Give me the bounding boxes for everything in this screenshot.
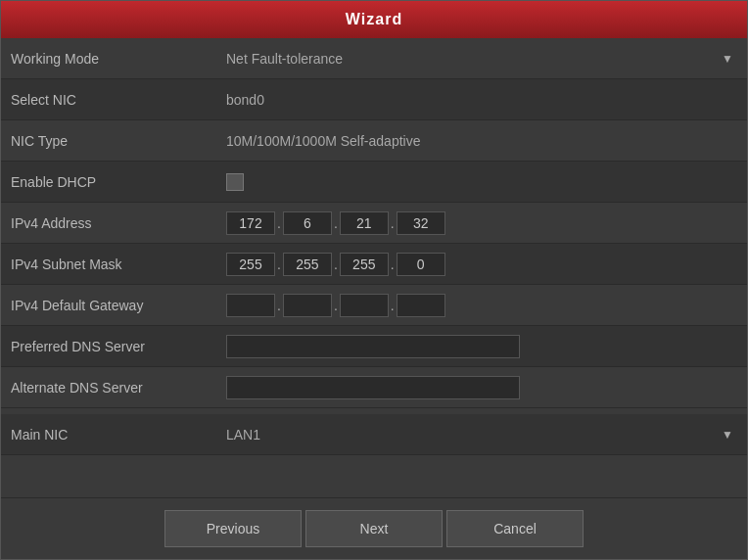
nic-type-value: 10M/100M/1000M Self-adaptive bbox=[226, 133, 737, 149]
ipv4-gateway-oct1[interactable] bbox=[226, 294, 275, 317]
gateway-dot-2: . bbox=[332, 298, 340, 313]
ipv4-address-oct4[interactable] bbox=[397, 211, 445, 235]
dialog-footer: Previous Next Cancel bbox=[1, 497, 747, 559]
dhcp-checkbox[interactable] bbox=[226, 173, 244, 191]
spacer bbox=[1, 455, 747, 497]
preferred-dns-input[interactable] bbox=[226, 335, 520, 358]
ipv4-dot-2: . bbox=[332, 215, 340, 231]
alternate-dns-input[interactable] bbox=[226, 376, 520, 399]
ipv4-address-label: IPv4 Address bbox=[11, 215, 226, 231]
preferred-dns-label: Preferred DNS Server bbox=[11, 339, 226, 354]
main-nic-row: Main NIC LAN1 LAN2 ▼ bbox=[1, 414, 747, 455]
ipv4-address-oct3[interactable] bbox=[340, 211, 389, 235]
previous-button[interactable]: Previous bbox=[164, 510, 302, 547]
select-nic-row: Select NIC bond0 bbox=[1, 79, 747, 120]
main-nic-label: Main NIC bbox=[11, 427, 226, 443]
nic-type-label: NIC Type bbox=[11, 133, 226, 149]
ipv4-subnet-oct1[interactable] bbox=[226, 253, 275, 276]
ipv4-subnet-oct2[interactable] bbox=[283, 253, 332, 276]
alternate-dns-label: Alternate DNS Server bbox=[11, 380, 226, 396]
gateway-dot-3: . bbox=[389, 298, 397, 313]
ipv4-address-group: . . . bbox=[226, 211, 445, 235]
alternate-dns-row: Alternate DNS Server bbox=[1, 367, 747, 408]
ipv4-gateway-oct2[interactable] bbox=[283, 294, 332, 317]
ipv4-subnet-group: . . . bbox=[226, 253, 445, 276]
ipv4-address-oct1[interactable] bbox=[226, 211, 275, 235]
enable-dhcp-row: Enable DHCP bbox=[1, 162, 747, 203]
working-mode-select[interactable]: Net Fault-tolerance Load Balance Multi-a… bbox=[226, 51, 737, 67]
nic-type-row: NIC Type 10M/100M/1000M Self-adaptive bbox=[1, 120, 747, 162]
working-mode-row: Working Mode Net Fault-tolerance Load Ba… bbox=[1, 38, 747, 79]
subnet-dot-2: . bbox=[332, 257, 340, 272]
ipv4-gateway-row: IPv4 Default Gateway . . . bbox=[1, 285, 747, 326]
ipv4-subnet-oct3[interactable] bbox=[340, 253, 389, 276]
ipv4-dot-1: . bbox=[275, 215, 283, 231]
next-button[interactable]: Next bbox=[305, 510, 443, 547]
wizard-dialog: Wizard Working Mode Net Fault-tolerance … bbox=[0, 0, 748, 560]
working-mode-label: Working Mode bbox=[11, 51, 226, 67]
subnet-dot-1: . bbox=[275, 257, 283, 272]
working-mode-select-wrapper[interactable]: Net Fault-tolerance Load Balance Multi-a… bbox=[226, 51, 737, 67]
ipv4-gateway-oct4[interactable] bbox=[397, 294, 445, 317]
main-nic-select-wrapper[interactable]: LAN1 LAN2 ▼ bbox=[226, 427, 737, 443]
ipv4-subnet-row: IPv4 Subnet Mask . . . bbox=[1, 244, 747, 285]
select-nic-value: bond0 bbox=[226, 92, 737, 108]
ipv4-address-oct2[interactable] bbox=[283, 211, 332, 235]
subnet-dot-3: . bbox=[389, 257, 397, 272]
enable-dhcp-label: Enable DHCP bbox=[11, 174, 226, 190]
dialog-body: Working Mode Net Fault-tolerance Load Ba… bbox=[1, 38, 747, 497]
ipv4-subnet-label: IPv4 Subnet Mask bbox=[11, 257, 226, 272]
ipv4-address-row: IPv4 Address . . . bbox=[1, 203, 747, 244]
main-nic-select[interactable]: LAN1 LAN2 bbox=[226, 427, 737, 443]
select-nic-label: Select NIC bbox=[11, 92, 226, 108]
gateway-dot-1: . bbox=[275, 298, 283, 313]
ipv4-subnet-oct4[interactable] bbox=[397, 253, 445, 276]
ipv4-gateway-oct3[interactable] bbox=[340, 294, 389, 317]
dialog-title: Wizard bbox=[1, 1, 747, 38]
ipv4-gateway-group: . . . bbox=[226, 294, 445, 317]
cancel-button[interactable]: Cancel bbox=[446, 510, 584, 547]
ipv4-gateway-label: IPv4 Default Gateway bbox=[11, 298, 226, 313]
preferred-dns-row: Preferred DNS Server bbox=[1, 326, 747, 367]
ipv4-dot-3: . bbox=[389, 215, 397, 231]
